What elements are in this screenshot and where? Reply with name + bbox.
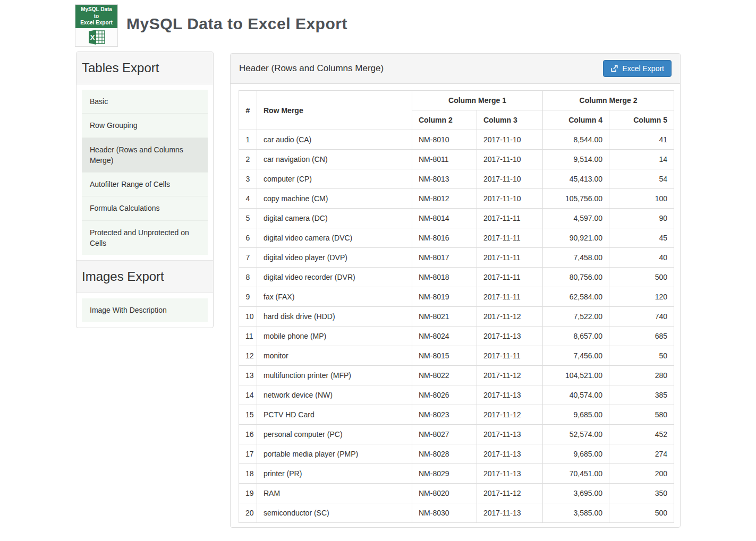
table-cell: 40 (609, 248, 674, 268)
table-cell: 70,451.00 (543, 464, 609, 484)
table-row: 6digital video camera (DVC)NM-80162017-1… (239, 228, 674, 248)
table-cell: 40,574.00 (543, 385, 609, 405)
table-cell: 580 (609, 405, 674, 425)
table-cell: digital video camera (DVC) (257, 228, 412, 248)
sidebar-item-basic[interactable]: Basic (82, 90, 208, 114)
table-cell: 200 (609, 464, 674, 484)
table-cell: 280 (609, 366, 674, 385)
table-cell: NM-8015 (412, 346, 477, 366)
table-cell: 9,685.00 (543, 405, 609, 425)
logo-line3: Excel Export (76, 20, 117, 27)
table-row: 7digital video player (DVP)NM-80172017-1… (239, 248, 674, 268)
table-cell: NM-8011 (412, 150, 477, 169)
table-cell: NM-8017 (412, 248, 477, 268)
table-cell: 2017-11-11 (477, 287, 543, 307)
table-body: 1car audio (CA)NM-80102017-11-108,544.00… (239, 130, 674, 523)
table-cell: printer (PR) (257, 464, 412, 484)
table-cell: 52,574.00 (543, 425, 609, 444)
table-row: 12monitorNM-80152017-11-117,456.0050 (239, 346, 674, 366)
table-header: # Row Merge Column Merge 1 Column Merge … (239, 91, 674, 130)
table-cell: NM-8023 (412, 405, 477, 425)
table-cell: car navigation (CN) (257, 150, 412, 169)
table-cell: NM-8016 (412, 228, 477, 248)
sidebar-item-protected-unprotected-cells[interactable]: Protected and Unprotected on Cells (82, 221, 208, 255)
table-row: 3computer (CP)NM-80132017-11-1045,413.00… (239, 169, 674, 189)
table-cell: 7,456.00 (543, 346, 609, 366)
sidebar-item-header-rows-columns-merge[interactable]: Header (Rows and Columns Merge) (82, 138, 208, 173)
table-cell: 45 (609, 228, 674, 248)
header-cell-column-4: Column 4 (543, 110, 609, 130)
table-cell: 18 (239, 464, 257, 484)
table-row: 13multifunction printer (MFP)NM-80222017… (239, 366, 674, 385)
sidebar-section-title-images: Images Export (77, 260, 213, 293)
table-row: 1car audio (CA)NM-80102017-11-108,544.00… (239, 130, 674, 150)
sidebar-item-autofilter-range-of-cells[interactable]: Autofilter Range of Cells (82, 173, 208, 196)
header-cell-column-merge-1: Column Merge 1 (412, 91, 543, 110)
table-row: 14network device (NW)NM-80262017-11-1340… (239, 385, 674, 405)
header-cell-column-merge-2: Column Merge 2 (543, 91, 674, 110)
table-cell: NM-8021 (412, 307, 477, 327)
table-cell: NM-8022 (412, 366, 477, 385)
header-cell-column-2: Column 2 (412, 110, 477, 130)
table-cell: 17 (239, 444, 257, 464)
table-cell: personal computer (PC) (257, 425, 412, 444)
table-row: 17portable media player (PMP)NM-80282017… (239, 444, 674, 464)
table-cell: 2017-11-10 (477, 130, 543, 150)
export-icon (610, 65, 618, 72)
table-cell: 9,514.00 (543, 150, 609, 169)
table-cell: 9,685.00 (543, 444, 609, 464)
table-cell: 13 (239, 366, 257, 385)
table-cell: 104,521.00 (543, 366, 609, 385)
table-cell: 8,657.00 (543, 327, 609, 346)
table-cell: 740 (609, 307, 674, 327)
table-cell: 62,584.00 (543, 287, 609, 307)
table-row: 19RAMNM-80202017-11-123,695.00350 (239, 484, 674, 503)
table-row: 18printer (PR)NM-80292017-11-1370,451.00… (239, 464, 674, 484)
table-cell: 14 (239, 385, 257, 405)
app-title: MySQL Data to Excel Export (126, 15, 347, 33)
table-cell: 350 (609, 484, 674, 503)
sidebar-item-image-with-description[interactable]: Image With Description (82, 298, 208, 322)
excel-export-button-label: Excel Export (622, 64, 664, 73)
main-panel: Header (Rows and Columns Merge) Excel Ex… (230, 53, 681, 528)
table-cell: 19 (239, 484, 257, 503)
table-cell: 41 (609, 130, 674, 150)
table-cell: 2017-11-11 (477, 209, 543, 228)
table-cell: 105,756.00 (543, 189, 609, 209)
page: MySQL Data to Excel Export X MySQL Data … (0, 0, 756, 541)
table-cell: 7,458.00 (543, 248, 609, 268)
excel-export-button[interactable]: Excel Export (603, 60, 672, 77)
table-row: 2car navigation (CN)NM-80112017-11-109,5… (239, 150, 674, 169)
table-cell: 2017-11-13 (477, 327, 543, 346)
logo-badge: MySQL Data to Excel Export (75, 5, 117, 28)
table-cell: 120 (609, 287, 674, 307)
table-cell: 2017-11-12 (477, 405, 543, 425)
table-cell: 2017-11-10 (477, 169, 543, 189)
table-cell: 80,756.00 (543, 268, 609, 287)
table-cell: 385 (609, 385, 674, 405)
table-cell: 20 (239, 503, 257, 523)
table-cell: 2 (239, 150, 257, 169)
header-cell-row-merge: Row Merge (257, 91, 412, 130)
table-cell: 452 (609, 425, 674, 444)
table-cell: 50 (609, 346, 674, 366)
sidebar-item-formula-calculations[interactable]: Formula Calculations (82, 196, 208, 220)
table-cell: 3,695.00 (543, 484, 609, 503)
sidebar-item-row-grouping[interactable]: Row Grouping (82, 114, 208, 138)
table-cell: digital video player (DVP) (257, 248, 412, 268)
svg-text:X: X (90, 33, 95, 41)
header-cell-column-5: Column 5 (609, 110, 674, 130)
table-cell: 16 (239, 425, 257, 444)
table-cell: 10 (239, 307, 257, 327)
table-cell: 45,413.00 (543, 169, 609, 189)
table-cell: 500 (609, 268, 674, 287)
table-cell: 15 (239, 405, 257, 425)
table-cell: 685 (609, 327, 674, 346)
table-row: 15PCTV HD CardNM-80232017-11-129,685.005… (239, 405, 674, 425)
table-cell: 5 (239, 209, 257, 228)
table-cell: car audio (CA) (257, 130, 412, 150)
table-cell: hard disk drive (HDD) (257, 307, 412, 327)
table-cell: 2017-11-10 (477, 189, 543, 209)
table-cell: NM-8020 (412, 484, 477, 503)
table-cell: portable media player (PMP) (257, 444, 412, 464)
